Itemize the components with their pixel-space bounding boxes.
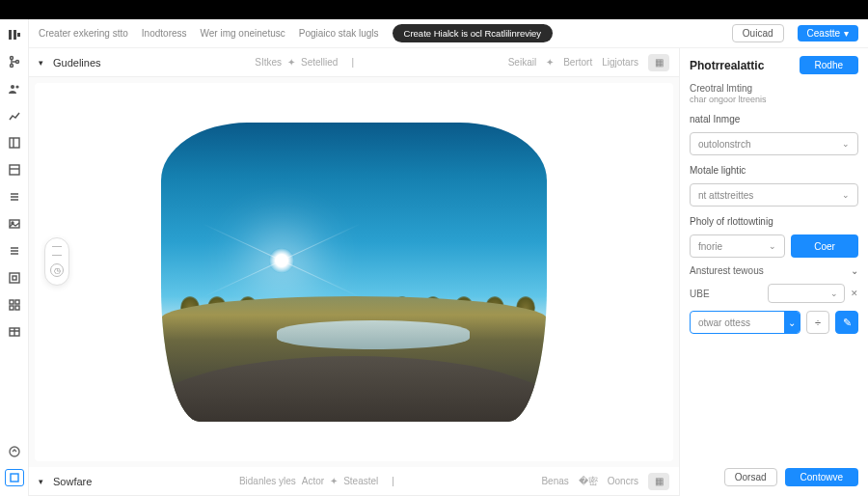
plus-icon: ✦ bbox=[330, 476, 338, 486]
main-column: Creater exkering stto Inodtoress Wer img… bbox=[29, 19, 868, 496]
tool-divider bbox=[52, 246, 62, 247]
svg-rect-17 bbox=[15, 306, 19, 310]
image-preview bbox=[161, 123, 547, 422]
svg-rect-2 bbox=[17, 33, 20, 37]
panel-action-button[interactable]: Rodhe bbox=[800, 56, 858, 74]
chart-icon[interactable] bbox=[7, 108, 22, 124]
svg-point-6 bbox=[11, 85, 14, 89]
view-mode-icon[interactable] bbox=[5, 469, 24, 486]
panel-subtitle: Creotral lmting bbox=[690, 82, 858, 95]
field-pholy-label: Pholy of rlottowtinig bbox=[690, 216, 858, 227]
tool-divider bbox=[52, 255, 62, 256]
layout-icon[interactable] bbox=[7, 135, 22, 151]
right-label-2[interactable]: Ligjotars bbox=[602, 57, 638, 68]
svg-point-4 bbox=[10, 65, 13, 68]
tab-3[interactable]: Pogiaico stak lugls bbox=[299, 28, 379, 39]
list-icon[interactable] bbox=[7, 189, 22, 205]
right-label-1[interactable]: Ooncrs bbox=[608, 476, 638, 486]
field-ube-label: UBE bbox=[690, 289, 710, 299]
mid-label-0[interactable]: Bidanles yles bbox=[239, 476, 296, 486]
guidelines-title: Gudelines bbox=[53, 57, 101, 69]
field-motale-value: nt attstreittes bbox=[698, 190, 753, 201]
chevron-down-icon: ⌄ bbox=[842, 139, 850, 149]
mid-label-1[interactable]: Setellied bbox=[301, 57, 338, 68]
ube-main-value: otwar ottess bbox=[698, 317, 750, 328]
svg-rect-13 bbox=[13, 276, 16, 280]
tab-0[interactable]: Creater exkering stto bbox=[39, 28, 128, 39]
right-label-0[interactable]: Benas bbox=[541, 476, 568, 486]
canvas-area[interactable]: ◷ bbox=[35, 83, 673, 461]
mid-label-2[interactable]: Steastel bbox=[343, 476, 378, 486]
section-action-icon[interactable]: ▦ bbox=[648, 473, 669, 490]
field-motale-select[interactable]: nt attstreittes ⌄ bbox=[690, 183, 858, 207]
box-icon[interactable] bbox=[7, 270, 22, 286]
panel-icon[interactable] bbox=[7, 162, 22, 178]
chevron-down-icon: ⌄ bbox=[842, 190, 850, 200]
svg-rect-9 bbox=[10, 165, 19, 175]
divide-button[interactable]: ÷ bbox=[806, 311, 829, 334]
cancel-button[interactable]: Oorsad bbox=[724, 468, 777, 486]
grid-icon[interactable] bbox=[7, 297, 22, 313]
logo-icon[interactable] bbox=[7, 27, 22, 42]
section-action-icon[interactable]: ▦ bbox=[648, 54, 669, 71]
chevron-down-icon[interactable]: ⌄ bbox=[851, 265, 858, 276]
collapse-icon[interactable] bbox=[7, 444, 22, 459]
svg-rect-20 bbox=[11, 474, 18, 482]
active-pill[interactable]: Create Hialck is ocl Rcatlilinreviey bbox=[393, 24, 554, 42]
link-icon: �密 bbox=[579, 475, 598, 488]
ube-small-select[interactable]: ⌄ bbox=[768, 284, 845, 303]
chevron-down-icon: ⌄ bbox=[784, 312, 800, 333]
ube-main-select[interactable]: otwar ottess ⌄ bbox=[690, 311, 800, 334]
chevron-down-icon: ▾ bbox=[844, 28, 849, 39]
panel-title: Photrrealattic bbox=[690, 59, 764, 72]
svg-point-5 bbox=[15, 61, 18, 64]
svg-point-19 bbox=[10, 447, 19, 456]
field-natal-label: natal Inmge bbox=[690, 114, 858, 124]
create-button-label: Ceastte bbox=[807, 28, 840, 39]
tab-2[interactable]: Wer img oneinetusc bbox=[201, 28, 285, 39]
tab-1[interactable]: Inodtoress bbox=[142, 28, 187, 39]
field-pholy-select[interactable]: fnorie ⌄ bbox=[690, 234, 785, 258]
create-button[interactable]: Ceastte▾ bbox=[798, 25, 858, 41]
svg-rect-0 bbox=[9, 30, 12, 40]
topbar: Creater exkering stto Inodtoress Wer img… bbox=[29, 19, 868, 48]
plus-icon: ✦ bbox=[287, 57, 295, 68]
panel-subtitle2: char ongoor ltreenis bbox=[690, 95, 858, 104]
svg-point-3 bbox=[10, 57, 13, 60]
field-ansturest-label: Ansturest tewous bbox=[690, 265, 764, 276]
field-natal-select[interactable]: outolonstrch ⌄ bbox=[690, 132, 858, 155]
tool-clock-icon[interactable]: ◷ bbox=[50, 263, 64, 277]
chevron-down-icon: ⌄ bbox=[769, 241, 776, 251]
people-icon[interactable] bbox=[7, 81, 22, 96]
confirm-button[interactable]: Contowve bbox=[785, 468, 858, 486]
list2-icon[interactable] bbox=[7, 243, 22, 259]
close-icon[interactable]: ✕ bbox=[851, 289, 858, 298]
mid-label-0[interactable]: SItkes bbox=[255, 57, 282, 68]
field-motale-label: Motale lightic bbox=[690, 165, 858, 176]
right-label-0[interactable]: Seikail bbox=[508, 57, 536, 68]
left-rail bbox=[0, 19, 29, 496]
app-root: Creater exkering stto Inodtoress Wer img… bbox=[0, 19, 868, 496]
mid-label-1[interactable]: Actor bbox=[302, 476, 324, 486]
field-natal-value: outolonstrch bbox=[698, 139, 750, 150]
caret-icon[interactable]: ▾ bbox=[39, 477, 43, 486]
edit-button[interactable]: ✎ bbox=[835, 311, 858, 334]
outline-button[interactable]: Ouicad bbox=[732, 24, 784, 42]
table-icon[interactable] bbox=[7, 324, 22, 340]
floating-toolbar: ◷ bbox=[44, 237, 69, 286]
software-title: Sowfare bbox=[53, 476, 92, 487]
caret-icon[interactable]: ▾ bbox=[39, 58, 43, 68]
guidelines-header: ▾ Gudelines SItkes ✦ Setellied | Seikail… bbox=[29, 48, 679, 77]
plus-icon: ✦ bbox=[546, 57, 554, 68]
svg-rect-12 bbox=[10, 273, 19, 283]
field-pholy-value: fnorie bbox=[698, 241, 722, 252]
pholy-button[interactable]: Coer bbox=[791, 234, 858, 258]
properties-panel: Photrrealattic Rodhe Creotral lmting cha… bbox=[679, 48, 868, 496]
branch-icon[interactable] bbox=[7, 54, 22, 69]
svg-rect-8 bbox=[10, 138, 19, 148]
software-header: ▾ Sowfare Bidanles yles Actor ✦ Steastel… bbox=[29, 467, 679, 496]
image-icon[interactable] bbox=[7, 216, 22, 232]
right-label-1[interactable]: Bertort bbox=[563, 57, 592, 68]
content-row: ▾ Gudelines SItkes ✦ Setellied | Seikail… bbox=[29, 48, 868, 496]
svg-rect-15 bbox=[15, 300, 19, 304]
